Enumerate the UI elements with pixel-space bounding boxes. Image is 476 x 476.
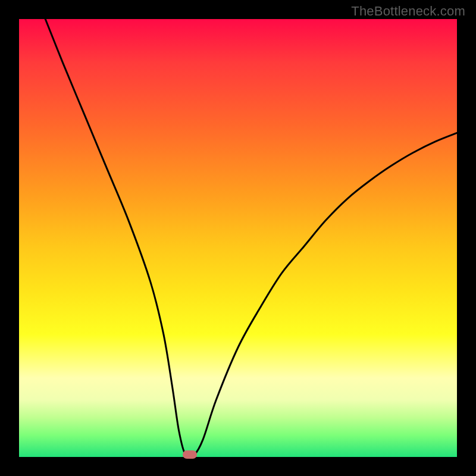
bottleneck-curve [19,19,457,457]
watermark-text: TheBottleneck.com [351,4,465,19]
plot-area [19,19,457,457]
chart-frame: TheBottleneck.com [0,0,476,476]
optimal-point-marker [183,450,197,459]
